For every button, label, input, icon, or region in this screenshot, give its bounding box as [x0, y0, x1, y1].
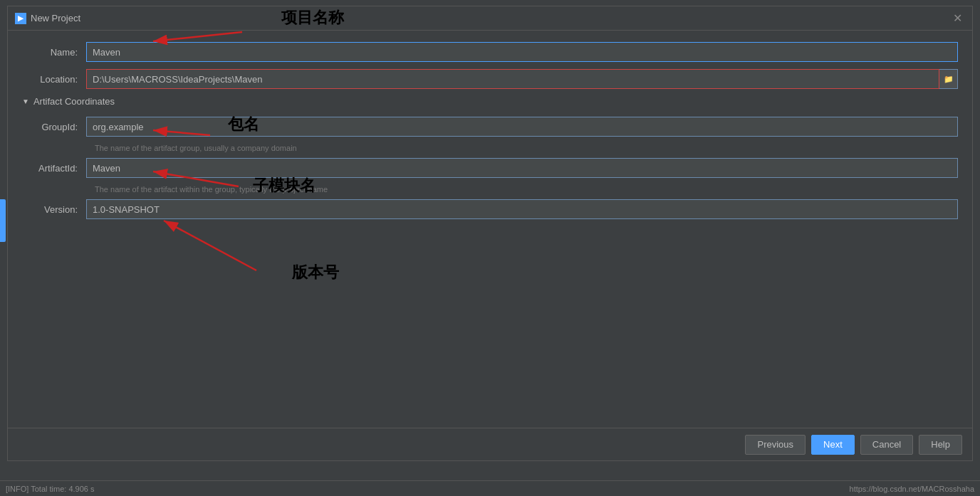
- location-row: Location: 📁: [22, 69, 958, 89]
- dialog-content: Name: Location: 📁 ▼ Artifact Coordinates…: [8, 31, 972, 428]
- new-project-dialog: ▶ New Project ✕ Name: Location: 📁 ▼ Arti…: [7, 6, 973, 461]
- section-title: Artifact Coordinates: [33, 96, 115, 107]
- artifactid-hint: The name of the artifact within the grou…: [95, 185, 958, 194]
- left-edge-indicator: [0, 199, 6, 242]
- title-bar-left: ▶ New Project: [15, 13, 80, 24]
- name-label: Name:: [22, 47, 86, 58]
- status-bar: [INFO] Total time: 4.906 s https://blog.…: [0, 480, 980, 496]
- version-input[interactable]: [86, 199, 958, 219]
- dialog-title: New Project: [31, 13, 80, 23]
- dialog-icon: ▶: [15, 13, 26, 24]
- name-row: Name:: [22, 42, 958, 62]
- groupid-label: GroupId:: [22, 122, 86, 132]
- artifactid-label: ArtifactId:: [22, 163, 86, 174]
- close-button[interactable]: ✕: [950, 11, 965, 26]
- collapse-triangle[interactable]: ▼: [22, 97, 29, 105]
- help-button[interactable]: Help: [919, 435, 962, 455]
- groupid-hint: The name of the artifact group, usually …: [95, 144, 958, 152]
- location-input-group: 📁: [86, 69, 958, 89]
- bottom-bar: Previous Next Cancel Help: [8, 428, 972, 460]
- location-input[interactable]: [86, 69, 939, 89]
- name-input[interactable]: [86, 42, 958, 62]
- title-bar: ▶ New Project ✕: [8, 6, 972, 31]
- artifactid-row: ArtifactId:: [22, 158, 958, 178]
- artifactid-input[interactable]: [86, 158, 958, 178]
- next-button[interactable]: Next: [811, 435, 855, 455]
- browse-button[interactable]: 📁: [939, 69, 958, 89]
- groupid-input[interactable]: [86, 117, 958, 137]
- location-label: Location:: [22, 74, 86, 85]
- groupid-row: GroupId:: [22, 117, 958, 137]
- watermark-url: https://blog.csdn.net/MACRosshaha: [850, 485, 974, 493]
- previous-button[interactable]: Previous: [745, 435, 806, 455]
- version-label: Version:: [22, 204, 86, 215]
- cancel-button[interactable]: Cancel: [860, 435, 913, 455]
- status-text: [INFO] Total time: 4.906 s: [6, 485, 95, 493]
- artifact-coordinates-section: ▼ Artifact Coordinates: [22, 96, 958, 107]
- version-row: Version:: [22, 199, 958, 219]
